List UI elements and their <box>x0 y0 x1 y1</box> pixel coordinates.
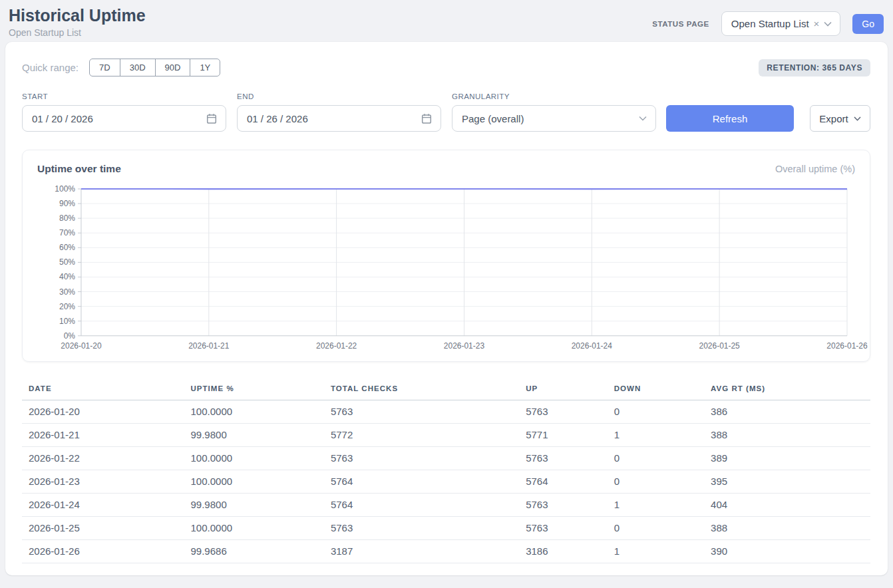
end-label: END <box>237 92 441 100</box>
page-header: Historical Uptime Open Startup List STAT… <box>0 0 893 42</box>
svg-text:2026-01-26: 2026-01-26 <box>826 341 868 351</box>
table-row: 2026-01-20100.0000576357630386 <box>22 400 870 423</box>
table-row: 2026-01-2499.9800576457631404 <box>22 493 870 516</box>
chevron-down-icon <box>639 116 647 121</box>
main-panel: Quick range: 7D30D90D1Y RETENTION: 365 D… <box>5 42 888 575</box>
cell-date: 2026-01-22 <box>22 446 184 470</box>
export-button[interactable]: Export <box>810 105 870 132</box>
granularity-value: Page (overall) <box>462 113 524 124</box>
chevron-down-icon <box>854 116 861 121</box>
start-date-value: 01 / 20 / 2026 <box>32 113 93 124</box>
cell-down: 1 <box>608 423 704 446</box>
uptime-table-body: 2026-01-20100.00005763576303862026-01-21… <box>22 400 870 563</box>
cell-total-checks: 5764 <box>324 493 519 516</box>
column-header-total-checks: TOTAL CHECKS <box>324 380 519 400</box>
svg-text:40%: 40% <box>59 272 75 281</box>
title-block: Historical Uptime Open Startup List <box>9 5 146 38</box>
export-label: Export <box>819 113 848 124</box>
table-header-row: DATEUPTIME %TOTAL CHECKSUPDOWNAVG RT (MS… <box>22 380 870 400</box>
end-date-input[interactable]: 01 / 26 / 2026 <box>237 105 441 132</box>
status-page-select[interactable]: Open Startup List × <box>721 11 841 36</box>
svg-text:10%: 10% <box>59 317 75 326</box>
granularity-label: GRANULARITY <box>452 92 656 100</box>
quick-range-label: Quick range: <box>22 62 79 73</box>
svg-text:0%: 0% <box>64 331 76 341</box>
svg-text:2026-01-21: 2026-01-21 <box>188 341 230 351</box>
table-row: 2026-01-2199.9800577257711388 <box>22 423 870 446</box>
cell-total-checks: 5763 <box>324 400 519 423</box>
cell-uptime-percent: 100.0000 <box>184 470 324 493</box>
svg-text:20%: 20% <box>59 302 75 311</box>
go-button[interactable]: Go <box>852 14 884 34</box>
svg-text:90%: 90% <box>59 199 75 208</box>
cell-date: 2026-01-24 <box>22 493 184 516</box>
column-header-up: UP <box>519 380 608 400</box>
column-header-avg-rt: AVG RT (MS) <box>704 380 870 400</box>
header-controls: STATUS PAGE Open Startup List × Go <box>652 11 884 36</box>
cell-up: 5763 <box>519 493 608 516</box>
cell-date: 2026-01-20 <box>22 400 184 423</box>
column-header-uptime-percent: UPTIME % <box>184 380 324 400</box>
retention-badge: RETENTION: 365 DAYS <box>759 59 870 76</box>
chart-plot-area: 0%10%20%30%40%50%60%70%80%90%100%2026-01… <box>37 183 855 355</box>
cell-avg-rt: 390 <box>704 539 870 563</box>
cell-down: 1 <box>608 539 704 563</box>
svg-text:2026-01-20: 2026-01-20 <box>61 341 102 351</box>
page-title: Historical Uptime <box>9 5 146 25</box>
table-row: 2026-01-25100.0000576357630388 <box>22 516 870 539</box>
refresh-button[interactable]: Refresh <box>666 105 794 132</box>
cell-up: 5763 <box>519 516 608 539</box>
cell-up: 5771 <box>519 423 608 446</box>
quick-range-row: Quick range: 7D30D90D1Y RETENTION: 365 D… <box>22 59 870 76</box>
uptime-chart: 0%10%20%30%40%50%60%70%80%90%100%2026-01… <box>37 183 855 355</box>
cell-down: 0 <box>608 400 704 423</box>
svg-text:30%: 30% <box>59 287 75 297</box>
page-subtitle: Open Startup List <box>9 27 146 38</box>
cell-down: 1 <box>608 493 704 516</box>
start-label: START <box>22 92 226 100</box>
filters-row: START 01 / 20 / 2026 END 01 / 26 / 2026 … <box>22 92 870 132</box>
cell-uptime-percent: 99.9800 <box>184 493 324 516</box>
cell-date: 2026-01-26 <box>22 539 184 563</box>
svg-text:2026-01-25: 2026-01-25 <box>699 341 741 351</box>
cell-up: 5764 <box>519 470 608 493</box>
cell-up: 5763 <box>519 400 608 423</box>
chevron-down-icon <box>824 21 832 27</box>
svg-text:2026-01-23: 2026-01-23 <box>444 341 485 351</box>
calendar-icon[interactable] <box>206 113 217 124</box>
quick-range-1y[interactable]: 1Y <box>190 59 220 76</box>
quick-range-90d[interactable]: 90D <box>155 59 191 76</box>
svg-text:2026-01-24: 2026-01-24 <box>572 341 613 351</box>
cell-up: 5763 <box>519 446 608 470</box>
table-row: 2026-01-23100.0000576457640395 <box>22 470 870 493</box>
status-page-label: STATUS PAGE <box>652 20 709 28</box>
calendar-icon[interactable] <box>421 113 432 124</box>
quick-range-30d[interactable]: 30D <box>120 59 156 76</box>
cell-total-checks: 5772 <box>324 423 519 446</box>
cell-uptime-percent: 100.0000 <box>184 516 324 539</box>
start-date-input[interactable]: 01 / 20 / 2026 <box>22 105 226 132</box>
cell-total-checks: 5764 <box>324 470 519 493</box>
chart-title: Uptime over time <box>37 163 121 175</box>
cell-avg-rt: 388 <box>704 516 870 539</box>
cell-uptime-percent: 99.9800 <box>184 423 324 446</box>
end-date-value: 01 / 26 / 2026 <box>247 113 308 124</box>
cell-date: 2026-01-23 <box>22 470 184 493</box>
granularity-field: GRANULARITY Page (overall) <box>452 92 656 132</box>
granularity-select[interactable]: Page (overall) <box>452 105 656 132</box>
cell-avg-rt: 388 <box>704 423 870 446</box>
clear-selection-icon[interactable]: × <box>814 18 820 29</box>
uptime-table: DATEUPTIME %TOTAL CHECKSUPDOWNAVG RT (MS… <box>22 380 870 563</box>
svg-text:2026-01-22: 2026-01-22 <box>316 341 357 351</box>
cell-date: 2026-01-21 <box>22 423 184 446</box>
cell-uptime-percent: 100.0000 <box>184 400 324 423</box>
cell-total-checks: 5763 <box>324 446 519 470</box>
cell-avg-rt: 389 <box>704 446 870 470</box>
table-row: 2026-01-22100.0000576357630389 <box>22 446 870 470</box>
table-row: 2026-01-2699.9686318731861390 <box>22 539 870 563</box>
cell-down: 0 <box>608 470 704 493</box>
cell-avg-rt: 386 <box>704 400 870 423</box>
quick-range-7d[interactable]: 7D <box>89 59 120 76</box>
svg-text:100%: 100% <box>55 184 75 194</box>
column-header-date: DATE <box>22 380 184 400</box>
